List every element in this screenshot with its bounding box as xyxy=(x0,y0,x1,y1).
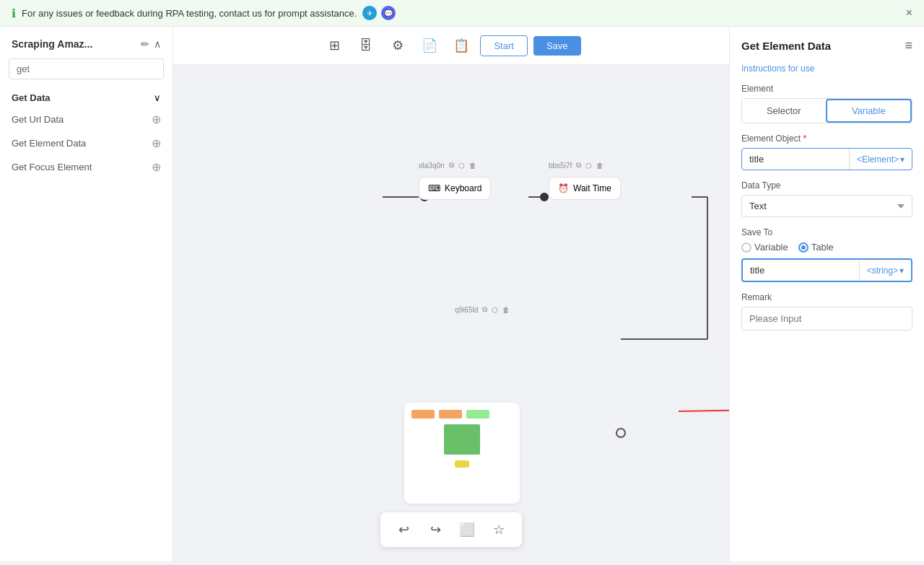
start-button[interactable]: Start xyxy=(480,35,527,56)
element-toggle-group: Selector Variable xyxy=(741,98,912,123)
sidebar-item-label-get-focus-element: Get Focus Element xyxy=(12,162,92,172)
waittime-delete-icon[interactable]: 🗑 xyxy=(596,162,603,170)
search-input[interactable] xyxy=(9,58,164,79)
clipboard-icon-button[interactable]: 📋 xyxy=(448,32,474,58)
settings-icon-button[interactable]: ⚙ xyxy=(385,32,411,58)
element-section: Element Selector Variable xyxy=(741,84,912,123)
canvas-toolbar: ⊞ 🗄 ⚙ 📄 📋 Start Save xyxy=(173,27,729,65)
instructions-link[interactable]: Instructions for use xyxy=(741,63,912,74)
add-icon-get-focus-element[interactable]: ⊕ xyxy=(152,160,161,174)
svg-line-12 xyxy=(679,408,729,411)
required-star: * xyxy=(803,133,806,144)
table-radio-btn[interactable] xyxy=(798,242,808,253)
loop-delete-icon[interactable]: 🗑 xyxy=(502,306,510,314)
sidebar-header-icons: ✏ ∧ xyxy=(141,38,161,50)
waittime-node-icon: ⏰ xyxy=(558,183,569,193)
collapse-icon[interactable]: ∧ xyxy=(154,38,161,50)
element-object-field[interactable]: title <Element> ▾ xyxy=(741,148,912,170)
telegram-icon[interactable]: ✈ xyxy=(362,6,377,20)
keyboard-node-icon: ⌨ xyxy=(428,183,440,193)
element-object-value: title xyxy=(742,149,849,170)
element-label: Element xyxy=(741,84,912,94)
keyboard-node[interactable]: ⌨ Keyboard xyxy=(419,177,491,200)
project-title: Scraping Amaz... xyxy=(12,38,92,50)
sidebar-item-get-url-data[interactable]: Get Url Data ⊕ xyxy=(0,108,173,131)
data-type-label: Data Type xyxy=(741,180,912,190)
keyboard-copy-icon[interactable]: ⧉ xyxy=(449,161,454,170)
grid-icon-button[interactable]: ⊞ xyxy=(321,32,347,58)
undo-button[interactable]: ↩ xyxy=(392,518,415,541)
keyboard-delete-icon[interactable]: 🗑 xyxy=(469,162,476,170)
mini-bar-center xyxy=(444,424,480,455)
info-icon: ℹ xyxy=(12,6,16,20)
sidebar-item-get-element-data[interactable]: Get Element Data ⊕ xyxy=(0,131,173,155)
element-object-label: Element Object * xyxy=(741,133,912,144)
canvas-area: ⊞ 🗄 ⚙ 📄 📋 Start Save xyxy=(173,27,729,561)
element-object-chevron: ▾ xyxy=(900,154,905,165)
keyboard-node-id: ola3q0n xyxy=(419,162,445,170)
save-button[interactable]: Save xyxy=(533,36,581,56)
redo-button[interactable]: ↪ xyxy=(424,518,447,541)
add-icon-get-url-data[interactable]: ⊕ xyxy=(152,113,161,126)
box-button[interactable]: ⬜ xyxy=(456,518,479,541)
data-type-select[interactable]: Text xyxy=(741,195,912,217)
loop-node-id: q9i65ld xyxy=(455,306,478,314)
social-icons: ✈ 💬 xyxy=(362,6,396,20)
mini-bar-2 xyxy=(439,410,462,419)
mini-chart-bars-bottom xyxy=(411,460,513,468)
waittime-node[interactable]: ⏰ Wait Time xyxy=(549,177,621,200)
waittime-copy-icon[interactable]: ⧉ xyxy=(576,161,581,170)
save-to-field[interactable]: title <string> ▾ xyxy=(741,258,912,282)
database-icon-button[interactable]: 🗄 xyxy=(353,32,379,58)
discord-icon[interactable]: 💬 xyxy=(381,6,396,20)
waittime-clone-icon[interactable]: ⬡ xyxy=(585,162,592,170)
right-panel: Get Element Data ≡ Instructions for use … xyxy=(729,27,924,561)
notification-close-button[interactable]: × xyxy=(906,6,912,19)
sidebar-item-label-get-element-data: Get Element Data xyxy=(12,138,86,149)
svg-point-6 xyxy=(540,193,549,201)
variable-toggle-button[interactable]: Variable xyxy=(826,99,912,123)
mini-bar-1 xyxy=(411,410,435,419)
save-to-variable-radio[interactable]: Variable xyxy=(741,242,788,253)
section-collapse-icon: ∨ xyxy=(154,92,161,103)
waittime-node-id: bbs5i7f xyxy=(549,162,572,170)
variable-radio-btn[interactable] xyxy=(741,242,751,253)
save-to-chevron: ▾ xyxy=(899,266,904,276)
add-icon-get-element-data[interactable]: ⊕ xyxy=(152,136,161,150)
save-to-table-radio[interactable]: Table xyxy=(798,242,834,253)
export-icon-button[interactable]: 📄 xyxy=(417,32,443,58)
notification-bar: ℹ For any issues or feedback during RPA … xyxy=(0,0,924,27)
data-type-section: Data Type Text xyxy=(741,180,912,217)
canvas-content[interactable]: ola3q0n ⧉ ⬡ 🗑 ⌨ Keyboard bbs5i7f xyxy=(173,65,729,561)
sidebar: Scraping Amaz... ✏ ∧ Get Data ∨ Get Url … xyxy=(0,27,173,561)
mini-bar-bottom xyxy=(455,460,469,468)
element-object-section: Element Object * title <Element> ▾ xyxy=(741,133,912,170)
element-object-type[interactable]: <Element> ▾ xyxy=(849,149,912,170)
loop-clone-icon[interactable]: ⬡ xyxy=(492,306,498,314)
keyboard-clone-icon[interactable]: ⬡ xyxy=(458,162,465,170)
save-to-type[interactable]: <string> ▾ xyxy=(859,260,911,281)
sidebar-item-get-focus-element[interactable]: Get Focus Element ⊕ xyxy=(0,155,173,179)
keyboard-node-label: Keyboard xyxy=(445,183,481,193)
sidebar-item-label-get-url-data: Get Url Data xyxy=(12,114,64,125)
mini-chart-bars-top xyxy=(411,410,513,419)
selector-toggle-button[interactable]: Selector xyxy=(742,99,826,123)
mini-chart xyxy=(404,403,520,504)
sidebar-header: Scraping Amaz... ✏ ∧ xyxy=(0,35,173,58)
edit-icon[interactable]: ✏ xyxy=(141,38,149,50)
mini-bar-3 xyxy=(466,410,489,419)
remark-input[interactable] xyxy=(741,307,912,330)
main-layout: Scraping Amaz... ✏ ∧ Get Data ∨ Get Url … xyxy=(0,27,924,561)
waittime-node-label: Wait Time xyxy=(573,183,611,193)
notification-text: For any issues or feedback during RPA te… xyxy=(22,8,357,19)
loop-copy-icon[interactable]: ⧉ xyxy=(482,305,487,314)
sidebar-section-get-data[interactable]: Get Data ∨ xyxy=(0,88,173,108)
save-to-section: Save To Variable Table title <string> ▾ xyxy=(741,227,912,282)
panel-header: Get Element Data ≡ xyxy=(741,38,912,53)
save-to-field-wrapper: title <string> ▾ xyxy=(741,258,912,282)
remark-section: Remark xyxy=(741,292,912,330)
panel-menu-icon[interactable]: ≡ xyxy=(905,38,912,53)
save-to-value: title xyxy=(743,260,859,281)
star-button[interactable]: ☆ xyxy=(487,518,510,541)
sidebar-section-title: Get Data xyxy=(12,92,50,103)
